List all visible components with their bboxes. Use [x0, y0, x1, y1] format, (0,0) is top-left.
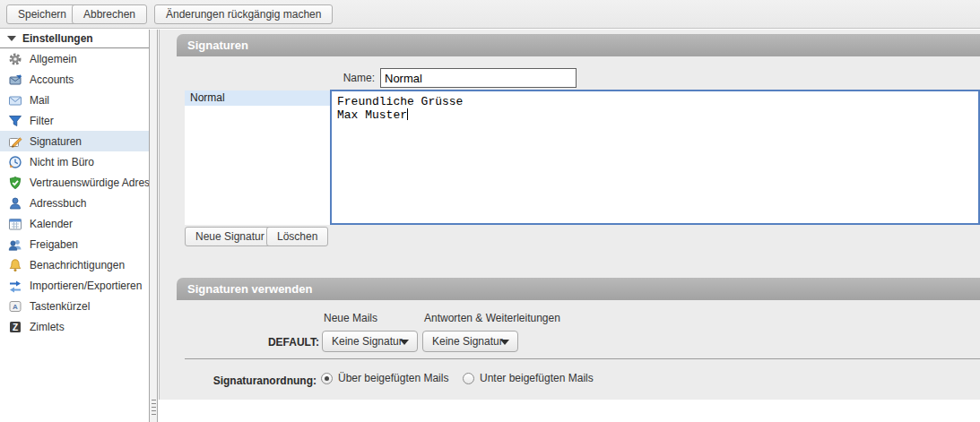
sidebar-item-label: Mail [30, 94, 49, 107]
settings-sidebar: Einstellungen Allgemein Accounts Mail Fi… [0, 30, 150, 422]
signature-pencil-icon [8, 134, 22, 149]
sidebar-item-label: Freigaben [30, 238, 78, 251]
text-caret [407, 108, 408, 120]
default-row-label: DEFAULT: [203, 336, 319, 349]
signature-usage-section-title: Signaturen verwenden [187, 282, 312, 296]
import-export-arrows-icon [8, 279, 22, 293]
mail-icon [8, 93, 22, 108]
shortcut-key-icon: A [8, 299, 22, 314]
sidebar-item-label: Allgemein [30, 53, 77, 65]
toolbar: Speichern Abbrechen Änderungen rückgängi… [0, 0, 980, 29]
signatures-section-header: Signaturen [177, 34, 980, 56]
sidebar-header-einstellungen[interactable]: Einstellungen [0, 30, 149, 48]
new-signature-button[interactable]: Neue Signatur [185, 227, 275, 246]
sidebar-item-zimlets[interactable]: Z Zimlets [0, 316, 149, 337]
svg-text:A: A [13, 303, 18, 311]
signature-usage-section-header: Signaturen verwenden [177, 278, 980, 300]
sidebar-item-label: Zimlets [30, 321, 65, 333]
sidebar-item-importieren-exportieren[interactable]: Importieren/Exportieren [0, 275, 149, 296]
sidebar-item-adressbuch[interactable]: Adressbuch [0, 193, 149, 213]
signature-body-line: Freundliche Grüsse [337, 95, 973, 108]
sidebar-item-mail[interactable]: Mail [0, 90, 149, 110]
new-mails-signature-dropdown-value: Keine Signatur [332, 335, 403, 348]
cancel-button[interactable]: Abbrechen [72, 4, 147, 24]
sidebar-item-filter[interactable]: Filter [0, 110, 149, 131]
bell-icon [8, 258, 22, 272]
save-button[interactable]: Speichern [6, 4, 78, 24]
sidebar-item-label: Tastenkürzel [30, 300, 90, 313]
sidebar-item-benachrichtigungen[interactable]: Benachrichtigungen [0, 254, 149, 275]
signature-name-input[interactable] [380, 68, 577, 88]
replies-signature-dropdown-value: Keine Signatur [432, 335, 503, 348]
chevron-down-icon [500, 340, 509, 345]
sharing-people-icon [8, 237, 22, 252]
signatures-section-title: Signaturen [187, 39, 248, 52]
signature-name-label: Name: [258, 72, 375, 84]
out-of-office-clock-icon [8, 155, 22, 169]
undo-changes-button[interactable]: Änderungen rückgängig machen [154, 4, 333, 24]
sidebar-item-freigaben[interactable]: Freigaben [0, 234, 149, 254]
sidebar-item-kalender[interactable]: Kalender [0, 213, 149, 234]
gear-icon [8, 52, 22, 66]
sidebar-item-label: Kalender [30, 218, 73, 230]
delete-signature-button[interactable]: Löschen [266, 227, 328, 246]
sidebar-item-nicht-im-buero[interactable]: Nicht im Büro [0, 151, 149, 172]
address-book-person-icon [8, 196, 22, 211]
sidebar-item-label: Signaturen [30, 135, 82, 148]
calendar-icon [8, 217, 22, 231]
sidebar-item-label: Vertrauenswürdige Adresse [30, 177, 150, 189]
filter-icon [8, 114, 22, 128]
radio-selected-icon [321, 373, 333, 384]
sidebar-item-tastenkuerzel[interactable]: A Tastenkürzel [0, 296, 149, 316]
radio-unselected-icon [463, 373, 474, 384]
sidebar-item-label: Importieren/Exportieren [30, 280, 142, 292]
trusted-shield-icon [8, 176, 22, 190]
signature-list-item[interactable]: Normal [185, 90, 330, 106]
radio-above-attached-mails[interactable]: Über beigefügten Mails [321, 371, 448, 385]
replies-forwards-column-label: Antworten & Weiterleitungen [424, 312, 560, 324]
signature-body-line: Max Muster [337, 108, 973, 122]
sidebar-item-allgemein[interactable]: Allgemein [0, 48, 149, 69]
signature-placement-label: Signaturanordnung: [185, 375, 317, 387]
chevron-down-icon [400, 340, 409, 345]
signatures-preferences-panel: Signaturen Name: Normal Freundliche Grüs… [159, 30, 980, 400]
sidebar-item-label: Nicht im Büro [30, 156, 94, 168]
sidebar-item-signaturen[interactable]: Signaturen [0, 131, 149, 151]
sidebar-item-label: Benachrichtigungen [30, 259, 125, 271]
sidebar-item-vertrauenswuerdige-adresse[interactable]: Vertrauenswürdige Adresse [0, 172, 149, 193]
sidebar-header-label: Einstellungen [22, 32, 93, 45]
new-mails-column-label: Neue Mails [324, 312, 377, 324]
radio-below-label: Unter beigefügten Mails [480, 372, 594, 384]
accounts-icon [8, 73, 22, 87]
radio-above-label: Über beigefügten Mails [338, 372, 448, 384]
signature-list[interactable]: Normal [185, 90, 330, 225]
sidebar-item-label: Filter [30, 115, 54, 127]
section-divider [185, 358, 980, 359]
signature-body-textarea[interactable]: Freundliche Grüsse Max Muster [330, 90, 980, 225]
sidebar-item-label: Accounts [30, 73, 74, 86]
svg-text:Z: Z [13, 323, 18, 332]
sidebar-item-accounts[interactable]: Accounts [0, 69, 149, 90]
collapse-triangle-icon [7, 36, 16, 41]
zimlet-z-icon: Z [8, 320, 22, 334]
radio-below-attached-mails[interactable]: Unter beigefügten Mails [463, 371, 594, 385]
splitter-grip-icon [152, 400, 156, 415]
new-mails-signature-dropdown[interactable]: Keine Signatur [322, 331, 418, 352]
sidebar-item-label: Adressbuch [30, 197, 86, 210]
replies-signature-dropdown[interactable]: Keine Signatur [422, 331, 518, 352]
sidebar-resize-splitter[interactable] [150, 30, 158, 422]
